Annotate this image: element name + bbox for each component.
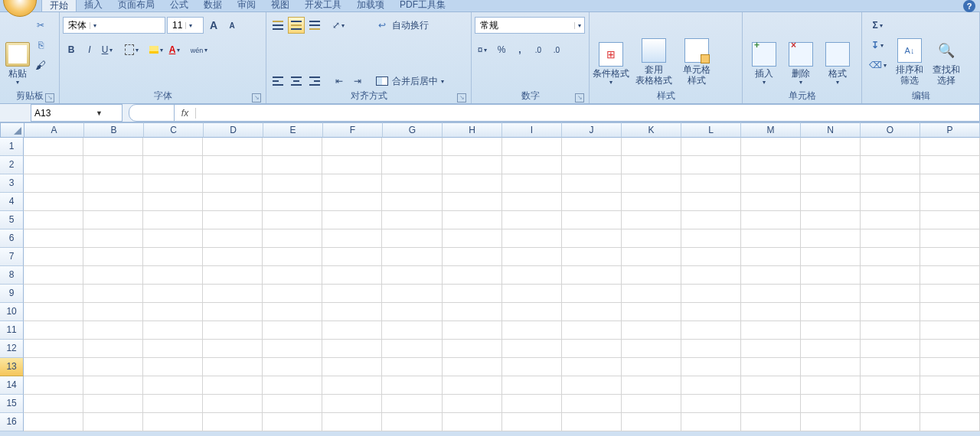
- alignment-launcher[interactable]: ↘: [457, 93, 466, 102]
- cell[interactable]: [382, 358, 442, 376]
- align-middle-button[interactable]: [288, 17, 305, 34]
- cell[interactable]: [861, 266, 920, 285]
- phonetic-button[interactable]: ▾: [191, 41, 208, 58]
- help-icon[interactable]: ?: [963, 0, 975, 12]
- cell[interactable]: [861, 358, 920, 376]
- cell[interactable]: [622, 340, 681, 358]
- cell[interactable]: [801, 229, 861, 248]
- cell[interactable]: [83, 193, 143, 211]
- cell[interactable]: [861, 211, 920, 229]
- align-bottom-button[interactable]: [306, 17, 323, 34]
- cell[interactable]: [622, 266, 681, 285]
- cell[interactable]: [382, 138, 442, 156]
- cell[interactable]: [861, 285, 920, 303]
- cell[interactable]: [920, 138, 980, 156]
- column-header[interactable]: A: [24, 122, 84, 138]
- cell[interactable]: [203, 340, 263, 358]
- cell[interactable]: [861, 413, 920, 431]
- cell[interactable]: [801, 138, 861, 156]
- cell[interactable]: [622, 138, 681, 156]
- cell[interactable]: [622, 376, 681, 395]
- cell[interactable]: [382, 156, 442, 174]
- column-header[interactable]: K: [622, 122, 681, 138]
- column-header[interactable]: O: [861, 122, 920, 138]
- cell[interactable]: [741, 266, 801, 285]
- cell[interactable]: [322, 193, 382, 211]
- number-launcher[interactable]: ↘: [575, 93, 584, 102]
- cell[interactable]: [322, 138, 382, 156]
- column-header[interactable]: M: [741, 122, 801, 138]
- cell[interactable]: [920, 193, 980, 211]
- font-size-select[interactable]: 11▾: [167, 17, 204, 34]
- cell[interactable]: [562, 413, 622, 431]
- cell[interactable]: [562, 174, 622, 193]
- cell[interactable]: [143, 303, 203, 321]
- cell[interactable]: [741, 358, 801, 376]
- cell[interactable]: [24, 303, 83, 321]
- cell[interactable]: [622, 211, 681, 229]
- clipboard-launcher[interactable]: ↘: [45, 93, 54, 102]
- cell[interactable]: [920, 395, 980, 413]
- cell[interactable]: [143, 340, 203, 358]
- cell[interactable]: [443, 413, 502, 431]
- cell[interactable]: [24, 340, 83, 358]
- paste-button[interactable]: 粘贴 ▾: [3, 14, 32, 87]
- format-cells-button[interactable]: 格式▾: [819, 14, 856, 87]
- column-header[interactable]: H: [443, 122, 502, 138]
- cell[interactable]: [920, 211, 980, 229]
- cell[interactable]: [443, 229, 502, 248]
- cell[interactable]: [801, 285, 861, 303]
- cell[interactable]: [861, 376, 920, 395]
- align-top-button[interactable]: [270, 17, 286, 34]
- cell[interactable]: [861, 321, 920, 340]
- cell[interactable]: [203, 303, 263, 321]
- cell[interactable]: [741, 376, 801, 395]
- cell[interactable]: [801, 248, 861, 266]
- cell[interactable]: [382, 266, 442, 285]
- cell[interactable]: [24, 358, 83, 376]
- cell[interactable]: [443, 211, 502, 229]
- cell[interactable]: [382, 174, 442, 193]
- cell[interactable]: [443, 138, 502, 156]
- cell[interactable]: [83, 376, 143, 395]
- cell[interactable]: [143, 248, 203, 266]
- cell[interactable]: [322, 211, 382, 229]
- cell[interactable]: [203, 174, 263, 193]
- cell[interactable]: [143, 229, 203, 248]
- cell[interactable]: [741, 156, 801, 174]
- cut-button[interactable]: [32, 17, 49, 34]
- cell[interactable]: [622, 413, 681, 431]
- cell[interactable]: [622, 156, 681, 174]
- cell[interactable]: [83, 285, 143, 303]
- cell[interactable]: [502, 303, 562, 321]
- cell[interactable]: [443, 285, 502, 303]
- cell[interactable]: [443, 156, 502, 174]
- formula-input[interactable]: [196, 105, 979, 121]
- cell[interactable]: [562, 395, 622, 413]
- fx-icon[interactable]: fx: [175, 108, 196, 119]
- cell[interactable]: [83, 229, 143, 248]
- name-box-input[interactable]: [34, 108, 96, 119]
- align-center-button[interactable]: [288, 73, 305, 89]
- cell[interactable]: [143, 138, 203, 156]
- column-header[interactable]: P: [920, 122, 980, 138]
- cell[interactable]: [443, 266, 502, 285]
- cell[interactable]: [203, 266, 263, 285]
- cell[interactable]: [24, 266, 83, 285]
- cell[interactable]: [322, 376, 382, 395]
- column-header[interactable]: C: [144, 122, 204, 138]
- tab-0[interactable]: 开始: [41, 0, 77, 11]
- cell[interactable]: [203, 395, 263, 413]
- cell[interactable]: [143, 395, 203, 413]
- cell[interactable]: [443, 193, 502, 211]
- cell[interactable]: [622, 303, 681, 321]
- cell[interactable]: [741, 395, 801, 413]
- cell[interactable]: [382, 413, 442, 431]
- shrink-font-button[interactable]: [224, 17, 240, 34]
- cell[interactable]: [920, 156, 980, 174]
- cell[interactable]: [203, 229, 263, 248]
- cell[interactable]: [502, 413, 562, 431]
- cell[interactable]: [801, 395, 861, 413]
- cell[interactable]: [263, 138, 322, 156]
- cell[interactable]: [263, 376, 322, 395]
